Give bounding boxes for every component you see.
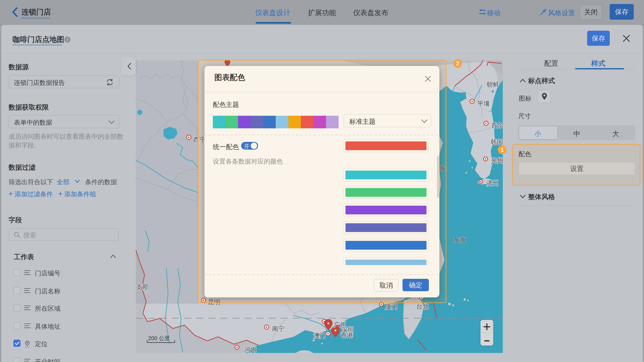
svg-text:平壤: 平壤	[477, 100, 490, 107]
svg-text:光州: 光州	[491, 157, 503, 164]
svg-text:支那: 支那	[136, 284, 148, 290]
svg-text:东海: 东海	[453, 236, 466, 243]
svg-text:200 公里: 200 公里	[148, 335, 170, 341]
svg-text:济州: 济州	[486, 180, 498, 186]
svg-text:澳门: 澳门	[314, 332, 326, 339]
svg-text:南宁: 南宁	[272, 325, 284, 332]
svg-text:首尔: 首尔	[491, 122, 503, 129]
svg-text:台北: 台北	[416, 303, 429, 310]
svg-text:韩国: 韩国	[490, 138, 503, 146]
svg-text:香港: 香港	[340, 332, 353, 338]
svg-text:厦门: 厦门	[385, 303, 398, 310]
svg-text:朝鲜: 朝鲜	[486, 81, 499, 88]
svg-text:河内: 河内	[244, 346, 256, 353]
